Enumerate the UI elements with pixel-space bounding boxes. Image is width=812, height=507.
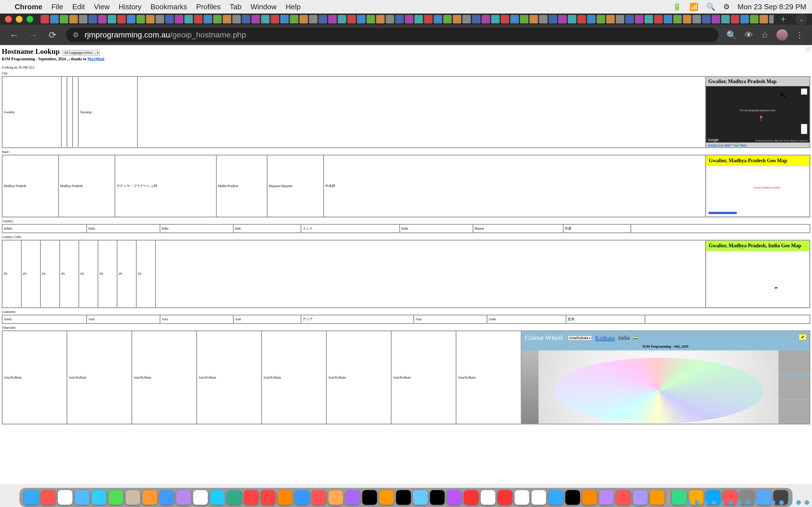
dock-app[interactable]	[159, 490, 174, 505]
browser-tab[interactable]	[712, 15, 720, 23]
thumbnail-image[interactable]	[778, 400, 809, 424]
menu-profiles[interactable]: Profiles	[196, 3, 221, 11]
browser-tab[interactable]	[741, 15, 749, 23]
dock-indicator[interactable]	[762, 500, 767, 505]
dock-app[interactable]	[210, 490, 225, 505]
dock-app[interactable]	[312, 490, 326, 505]
dock-app[interactable]	[227, 490, 242, 505]
dock-app[interactable]	[362, 490, 377, 505]
dock-indicator[interactable]	[788, 500, 792, 505]
thumbnail-image[interactable]	[778, 350, 809, 374]
browser-tab[interactable]	[338, 15, 346, 23]
browser-tab[interactable]	[453, 15, 461, 23]
browser-tab[interactable]	[232, 15, 241, 23]
browser-tab[interactable]	[175, 15, 183, 23]
browser-tab[interactable]	[98, 15, 107, 23]
browser-tab[interactable]	[549, 15, 557, 23]
spotlight-icon[interactable]: 🔍	[706, 3, 715, 11]
thumbnail-image[interactable]	[778, 375, 809, 399]
browser-tab[interactable]	[252, 15, 260, 23]
new-tab-button[interactable]: +	[775, 13, 791, 25]
map-zoom-controls[interactable]: +−	[801, 124, 807, 134]
menu-bookmarks[interactable]: Bookmarks	[151, 3, 187, 11]
browser-tab[interactable]	[529, 15, 538, 23]
dock-app[interactable]	[109, 490, 123, 505]
battery-icon[interactable]: 🔋	[672, 3, 681, 11]
back-button[interactable]: ←	[8, 30, 20, 40]
browser-tab[interactable]	[462, 15, 471, 23]
browser-tab[interactable]	[481, 15, 490, 23]
bookmark-star-icon[interactable]: ☆	[761, 30, 769, 40]
browser-tab[interactable]	[299, 15, 308, 23]
browser-tab[interactable]	[693, 15, 701, 23]
dock-indicator[interactable]	[737, 500, 742, 505]
browser-tab[interactable]	[357, 15, 365, 23]
browser-tab[interactable]	[635, 15, 644, 23]
dock-app[interactable]	[413, 490, 428, 505]
browser-tab[interactable]	[50, 15, 59, 23]
browser-tab[interactable]	[731, 15, 739, 23]
browser-tab[interactable]	[606, 15, 615, 23]
dock-app[interactable]	[125, 490, 140, 505]
browser-tab[interactable]	[108, 15, 116, 23]
dock-app[interactable]	[515, 490, 529, 505]
menu-link[interactable]: Menu	[740, 143, 747, 147]
profile-avatar[interactable]	[776, 29, 788, 41]
control-center-icon[interactable]: ⚙	[723, 3, 730, 11]
browser-tab[interactable]	[117, 15, 126, 23]
browser-tab[interactable]	[395, 15, 404, 23]
browser-tab[interactable]	[242, 15, 250, 23]
dock-app[interactable]	[599, 490, 614, 505]
browser-tab[interactable]	[165, 15, 174, 23]
menu-window[interactable]: Window	[250, 3, 276, 11]
dock-indicator[interactable]	[796, 500, 801, 505]
browser-tab[interactable]	[376, 15, 385, 23]
browser-tab[interactable]	[616, 15, 624, 23]
dock-app[interactable]	[75, 490, 89, 505]
browser-tab[interactable]	[328, 15, 337, 23]
browser-tab[interactable]	[79, 15, 87, 23]
browser-tab[interactable]	[424, 15, 433, 23]
dock-indicator[interactable]	[754, 500, 758, 505]
site-settings-icon[interactable]: ⚙	[73, 31, 79, 39]
dock-indicator[interactable]	[703, 500, 708, 505]
dock-app[interactable]	[565, 490, 580, 505]
dock-app[interactable]	[396, 490, 411, 505]
maxmind-link[interactable]: MaxMind	[87, 57, 104, 61]
colour-wheel-tz-select[interactable]: Asia/Kolkata	[568, 335, 592, 341]
map-link[interactable]: Map	[725, 143, 730, 147]
dock-app[interactable]	[92, 490, 106, 505]
dock-app[interactable]	[261, 490, 275, 505]
dock-indicator[interactable]	[771, 500, 775, 505]
browser-tab[interactable]	[405, 15, 413, 23]
dock-app[interactable]	[531, 490, 546, 505]
kolkata-link[interactable]: Kolkata	[595, 334, 615, 342]
menu-help[interactable]: Help	[286, 3, 301, 11]
browser-tab[interactable]	[290, 15, 298, 23]
browser-tab[interactable]	[204, 15, 212, 23]
browser-tab[interactable]	[760, 15, 768, 23]
browser-tab[interactable]	[280, 15, 289, 23]
dock-app[interactable]	[295, 490, 309, 505]
dock-indicator[interactable]	[728, 500, 733, 505]
browser-tab[interactable]	[769, 15, 774, 23]
browser-tab[interactable]	[673, 15, 682, 23]
browser-tab[interactable]	[127, 15, 135, 23]
dock-app[interactable]	[193, 490, 208, 505]
browser-tab[interactable]	[702, 15, 711, 23]
browser-tab[interactable]	[683, 15, 691, 23]
browser-tab[interactable]	[434, 15, 442, 23]
geo-chart-region[interactable]: Gwalior, Madhya Pradesh	[706, 166, 809, 217]
menu-history[interactable]: History	[119, 3, 142, 11]
dock-app[interactable]	[328, 490, 343, 505]
browser-tab[interactable]	[60, 15, 68, 23]
browser-tab[interactable]	[510, 15, 519, 23]
browser-tab[interactable]	[625, 15, 634, 23]
browser-tab[interactable]	[146, 15, 154, 23]
browser-tab[interactable]	[721, 15, 730, 23]
map-fullscreen-button[interactable]: ⛶	[801, 89, 807, 95]
browser-tab[interactable]	[366, 15, 375, 23]
menu-view[interactable]: View	[94, 3, 110, 11]
dock-app[interactable]	[176, 490, 191, 505]
dock-app[interactable]	[278, 490, 292, 505]
